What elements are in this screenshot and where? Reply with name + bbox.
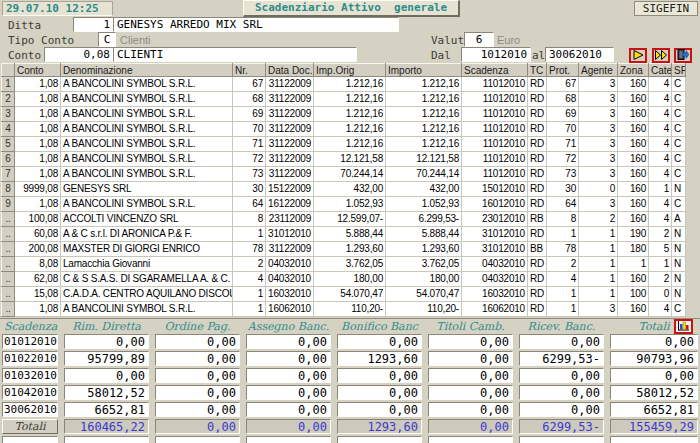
table-cell[interactable]: RD xyxy=(528,287,547,302)
table-cell[interactable]: C xyxy=(672,77,686,92)
table-cell[interactable]: 1.212,16 xyxy=(386,92,462,107)
table-cell[interactable]: 4 xyxy=(649,167,672,182)
summary-empty-field[interactable] xyxy=(519,436,604,443)
table-cell[interactable]: 8 xyxy=(233,212,266,227)
table-cell[interactable]: N xyxy=(672,257,686,272)
table-cell[interactable]: 4 xyxy=(649,302,672,317)
table-cell[interactable]: 1.212,16 xyxy=(314,92,386,107)
table-cell[interactable]: RD xyxy=(528,167,547,182)
table-cell[interactable]: 4 xyxy=(649,107,672,122)
table-cell[interactable]: 1.212,16 xyxy=(314,137,386,152)
table-cell[interactable]: RD xyxy=(528,92,547,107)
summary-value-field[interactable]: 0,00 xyxy=(64,334,149,349)
table-cell[interactable]: A BANCOLINI SYMBOL S.R.L. xyxy=(61,107,233,122)
table-row[interactable]: 51,08A BANCOLINI SYMBOL S.R.L.7131122009… xyxy=(2,137,686,152)
table-cell[interactable]: C xyxy=(672,197,686,212)
summary-value-field[interactable]: 58012,52 xyxy=(610,385,698,400)
table-cell[interactable]: 5 xyxy=(649,242,672,257)
table-cell[interactable]: Lamacchia Giovanni xyxy=(61,257,233,272)
table-cell[interactable]: 3 xyxy=(579,197,618,212)
conto-desc-field[interactable]: CLIENTI xyxy=(113,47,357,62)
table-row[interactable]: ..60,08A & C s.r.l. DI ARONICA P.& F.131… xyxy=(2,227,686,242)
table-cell[interactable]: 3 xyxy=(579,167,618,182)
table-cell[interactable]: 160 xyxy=(618,152,649,167)
summary-value-field[interactable]: 0,00 xyxy=(155,334,240,349)
row-number-cell[interactable]: 2 xyxy=(2,92,15,107)
table-cell[interactable]: 1.212,16 xyxy=(314,122,386,137)
table-cell[interactable]: 1,08 xyxy=(15,302,61,317)
table-row[interactable]: ..200,08MAXSTER DI GIORGI ENRICO78311220… xyxy=(2,242,686,257)
table-cell[interactable]: 1.212,16 xyxy=(314,77,386,92)
summary-value-field[interactable]: 0,00 xyxy=(246,402,331,417)
table-cell[interactable]: 9999,08 xyxy=(15,182,61,197)
summary-value-field[interactable]: 0,00 xyxy=(610,368,698,383)
table-cell[interactable]: 31122009 xyxy=(266,137,314,152)
table-cell[interactable]: 4 xyxy=(649,77,672,92)
table-cell[interactable]: 4 xyxy=(649,212,672,227)
table-cell[interactable]: 1 xyxy=(579,257,618,272)
table-row[interactable]: 89999,08GENESYS SRL3015122009432,00432,0… xyxy=(2,182,686,197)
table-cell[interactable]: 04032010 xyxy=(462,257,528,272)
table-cell[interactable]: 31122009 xyxy=(266,92,314,107)
table-cell[interactable]: 62,08 xyxy=(15,272,61,287)
table-cell[interactable]: C xyxy=(672,92,686,107)
row-number-cell[interactable]: .. xyxy=(2,242,15,257)
table-cell[interactable]: 4 xyxy=(649,152,672,167)
table-cell[interactable]: A BANCOLINI SYMBOL S.R.L. xyxy=(61,122,233,137)
table-cell[interactable]: 11012010 xyxy=(462,167,528,182)
summary-value-field[interactable]: 0,00 xyxy=(246,334,331,349)
table-cell[interactable]: 1 xyxy=(618,257,649,272)
table-cell[interactable]: 1.212,16 xyxy=(314,107,386,122)
table-cell[interactable]: RB xyxy=(528,212,547,227)
table-cell[interactable]: 4 xyxy=(547,272,579,287)
summary-value-field[interactable]: 90793,96 xyxy=(610,351,698,366)
table-cell[interactable]: 0 xyxy=(579,182,618,197)
table-cell[interactable]: 3 xyxy=(579,77,618,92)
table-cell[interactable]: 100,08 xyxy=(15,212,61,227)
summary-empty-field[interactable] xyxy=(246,436,331,443)
table-cell[interactable]: 1 xyxy=(579,272,618,287)
summary-value-field[interactable]: 0,00 xyxy=(428,334,513,349)
table-cell[interactable]: 180 xyxy=(618,242,649,257)
table-cell[interactable]: C & S S.A.S. DI SGARAMELLA A. & C. xyxy=(61,272,233,287)
valuta-field[interactable]: 6 xyxy=(464,32,494,47)
table-cell[interactable]: 54.070,47 xyxy=(314,287,386,302)
table-cell[interactable]: 64 xyxy=(233,197,266,212)
table-cell[interactable]: 12.599,07- xyxy=(314,212,386,227)
dal-field[interactable]: 1012010 xyxy=(461,47,531,62)
table-cell[interactable]: A BANCOLINI SYMBOL S.R.L. xyxy=(61,92,233,107)
row-number-cell[interactable]: 8 xyxy=(2,182,15,197)
table-cell[interactable]: 15122009 xyxy=(266,182,314,197)
summary-date-field[interactable]: 01042010 xyxy=(2,385,58,400)
summary-empty-field[interactable] xyxy=(2,436,58,443)
totali-button[interactable]: Totali xyxy=(2,419,58,434)
table-cell[interactable]: 54.070,47 xyxy=(386,287,462,302)
table-cell[interactable]: 160 xyxy=(618,182,649,197)
table-cell[interactable]: 11012010 xyxy=(462,107,528,122)
table-cell[interactable]: 160 xyxy=(618,272,649,287)
table-cell[interactable]: 180,00 xyxy=(314,272,386,287)
table-cell[interactable]: 11012010 xyxy=(462,77,528,92)
table-cell[interactable]: BB xyxy=(528,242,547,257)
table-cell[interactable]: N xyxy=(672,287,686,302)
summary-value-field[interactable]: 0,00 xyxy=(428,385,513,400)
table-cell[interactable]: 200,08 xyxy=(15,242,61,257)
fast-forward-button[interactable] xyxy=(652,48,670,63)
summary-empty-field[interactable] xyxy=(337,436,422,443)
table-cell[interactable]: 1,08 xyxy=(15,92,61,107)
table-cell[interactable]: 16122009 xyxy=(266,197,314,212)
row-number-cell[interactable]: 5 xyxy=(2,137,15,152)
summary-empty-field[interactable] xyxy=(155,436,240,443)
table-cell[interactable]: 78 xyxy=(233,242,266,257)
table-row[interactable]: ..8,08Lamacchia Giovanni2040320103.762,0… xyxy=(2,257,686,272)
exit-button[interactable] xyxy=(674,48,692,63)
table-cell[interactable]: 1 xyxy=(649,182,672,197)
table-cell[interactable]: 2 xyxy=(547,257,579,272)
summary-value-field[interactable]: 6652,81 xyxy=(64,402,149,417)
table-cell[interactable]: 1,08 xyxy=(15,137,61,152)
table-cell[interactable]: 2 xyxy=(649,227,672,242)
summary-value-field[interactable]: 0,00 xyxy=(337,368,422,383)
table-cell[interactable]: 23112009 xyxy=(266,212,314,227)
table-cell[interactable]: 3.762,05 xyxy=(386,257,462,272)
table-cell[interactable]: N xyxy=(672,242,686,257)
